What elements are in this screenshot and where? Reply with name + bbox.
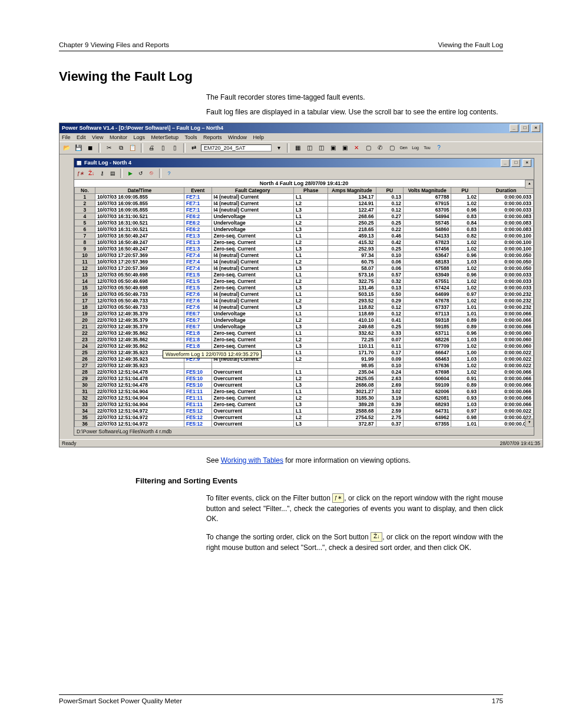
filter-button-icon[interactable]: ƒ∗ — [332, 493, 344, 503]
print-icon[interactable]: 🖨 — [147, 143, 156, 153]
table-row[interactable]: 1712/07/03 05:50:49.733FE7:6I4 (neutral)… — [75, 297, 534, 304]
col-pu1[interactable]: PU — [376, 187, 404, 193]
table-row[interactable]: 2722/07/03 12:49:35.92398.950.10676361.0… — [75, 362, 534, 368]
table-row[interactable]: 1512/07/03 05:50:49.698FE1:5Zero-seq. Cu… — [75, 284, 534, 291]
table-row[interactable]: 810/07/03 16:50:49.247FE1:3Zero-seq. Cur… — [75, 239, 534, 245]
table-row[interactable]: 2122/07/03 12:49:35.379FE6:7Undervoltage… — [75, 323, 534, 330]
dropdown-icon[interactable]: ▾ — [274, 143, 283, 153]
play-icon[interactable]: ▶ — [126, 169, 134, 177]
close-icon[interactable]: × — [523, 159, 531, 167]
table-row[interactable]: 3522/07/03 12:51:04.972FE5:12Overcurrent… — [75, 414, 534, 420]
table-row[interactable]: 1110/07/03 17:20:57.369FE7:4I4 (neutral)… — [75, 258, 534, 265]
copy-icon[interactable]: ⧉ — [116, 143, 125, 153]
app-titlebar[interactable]: Power Software V1.4 - [D:\Power Software… — [59, 123, 543, 133]
log-titlebar[interactable]: ▦Fault Log - North 4 _ □ × — [74, 159, 534, 167]
scroll-up-icon[interactable]: ▴ — [525, 180, 534, 189]
table-row[interactable]: 3422/07/03 12:51:04.972FE5:12Overcurrent… — [75, 407, 534, 414]
table-row[interactable]: 1210/07/03 17:20:57.369FE7:4I4 (neutral)… — [75, 265, 534, 271]
table-row[interactable]: 610/07/03 16:31:00.521FE6:2UndervoltageL… — [75, 226, 534, 232]
paste-icon[interactable]: 📋 — [128, 143, 137, 153]
table-row[interactable]: 1010/07/03 17:20:57.369FE7:4I4 (neutral)… — [75, 252, 534, 258]
minimize-icon[interactable]: _ — [510, 124, 518, 132]
undo-icon[interactable]: ↺ — [137, 169, 145, 177]
table-row[interactable]: 2522/07/03 12:49:35.923FE7:9I4 (neutral)… — [75, 349, 534, 355]
table-row[interactable]: 310/07/03 16:09:05.855FE7:1I4 (neutral) … — [75, 206, 534, 213]
col-fault-category[interactable]: Fault Category — [211, 187, 294, 193]
page-icon[interactable]: ▢ — [387, 143, 396, 153]
clock-icon[interactable]: ▢ — [363, 143, 373, 153]
table-row[interactable]: 3122/07/03 12:51:04.904FE1:11Zero-seq. C… — [75, 388, 534, 394]
menu-window[interactable]: Window — [228, 134, 247, 140]
stop-icon[interactable]: ◼ — [85, 143, 95, 153]
window-controls[interactable]: _ □ × — [509, 124, 540, 132]
col-volts[interactable]: Volts Magnitude — [404, 187, 451, 193]
delete-icon[interactable]: ✕ — [352, 143, 361, 153]
table-row[interactable]: 2222/07/03 12:49:35.862FE1:8Zero-seq. Cu… — [75, 330, 534, 336]
working-with-tables-link[interactable]: Working with Tables — [221, 456, 283, 465]
table-row[interactable]: 1922/07/03 12:49:35.379FE6:7Undervoltage… — [75, 310, 534, 317]
table-row[interactable]: 3222/07/03 12:51:04.904FE1:11Zero-seq. C… — [75, 394, 534, 401]
table-row[interactable]: 2922/07/03 12:51:04.478FE5:10Overcurrent… — [75, 375, 534, 381]
log-icon[interactable]: Log — [411, 143, 420, 153]
maximize-icon[interactable]: □ — [520, 124, 529, 132]
table-row[interactable]: 1812/07/03 05:50:49.733FE7:6I4 (neutral)… — [75, 304, 534, 310]
properties-icon[interactable]: ▤ — [108, 169, 117, 177]
stop-icon[interactable]: ⦸ — [147, 169, 156, 177]
lock-icon[interactable]: ⚷ — [98, 169, 106, 177]
tou-icon[interactable]: Tou — [422, 143, 432, 153]
table-row[interactable]: 410/07/03 16:31:00.521FE6:2UndervoltageL… — [75, 213, 534, 219]
save-icon[interactable]: 💾 — [74, 143, 83, 153]
help-icon[interactable]: ? — [165, 169, 173, 177]
device-select[interactable]: EM720_204_SAT — [201, 144, 272, 151]
menu-edit[interactable]: Edit — [77, 134, 86, 140]
table-row[interactable]: 3322/07/03 12:51:04.904FE1:11Zero-seq. C… — [75, 401, 534, 407]
table-row[interactable]: 510/07/03 16:31:00.521FE6:2UndervoltageL… — [75, 219, 534, 226]
menu-monitor[interactable]: Monitor — [110, 134, 127, 140]
chart2-icon[interactable]: ◫ — [316, 143, 326, 153]
col-event[interactable]: Event — [184, 187, 212, 193]
sort-icon[interactable]: Ẑ↓ — [87, 169, 95, 177]
col-pu2[interactable]: PU — [451, 187, 479, 193]
table-row[interactable]: 2022/07/03 12:49:35.379FE6:7Undervoltage… — [75, 317, 534, 323]
tool-icon[interactable]: ▣ — [328, 143, 338, 153]
cut-icon[interactable]: ✂ — [104, 143, 114, 153]
table-row[interactable]: 910/07/03 16:50:49.247FE1:3Zero-seq. Cur… — [75, 245, 534, 252]
table-row[interactable]: 2422/07/03 12:49:35.862FE1:8Zero-seq. Cu… — [75, 342, 534, 349]
table-row[interactable]: 3022/07/03 12:51:04.478FE5:10Overcurrent… — [75, 381, 534, 388]
menu-metersetup[interactable]: MeterSetup — [151, 134, 179, 140]
phone-icon[interactable]: ✆ — [375, 143, 385, 153]
menu-file[interactable]: File — [62, 134, 71, 140]
log-window-controls[interactable]: _ □ × — [500, 159, 531, 167]
table-row[interactable]: 210/07/03 16:09:05.855FE7:1I4 (neutral) … — [75, 200, 534, 206]
close-icon[interactable]: × — [531, 124, 540, 132]
grid-icon[interactable]: ▦ — [293, 143, 302, 153]
table-row[interactable]: 710/07/03 16:50:49.247FE1:3Zero-seq. Cur… — [75, 232, 534, 239]
fault-log-table[interactable]: No. Date/Time Event Fault Category Phase… — [74, 187, 534, 427]
main-toolbar[interactable]: 📂 💾 ◼ ✂ ⧉ 📋 🖨 ▯ ▯ ⇄ EM720_204_SAT ▾ ▦ ◫ … — [59, 141, 543, 154]
chart-icon[interactable]: ◫ — [305, 143, 314, 153]
doc-icon[interactable]: ▯ — [158, 143, 168, 153]
tool2-icon[interactable]: ▣ — [340, 143, 349, 153]
menubar[interactable]: File Edit View Monitor Logs MeterSetup T… — [59, 133, 543, 141]
table-row[interactable]: 110/07/03 16:09:05.855FE7:1I4 (neutral) … — [75, 193, 534, 200]
log-toolbar[interactable]: ƒ∗ Ẑ↓ ⚷ ▤ ▶ ↺ ⦸ ? — [74, 167, 534, 180]
maximize-icon[interactable]: □ — [511, 159, 520, 167]
menu-help[interactable]: Help — [253, 134, 264, 140]
table-row[interactable]: 2322/07/03 12:49:35.862FE1:8Zero-seq. Cu… — [75, 336, 534, 342]
table-header-row[interactable]: No. Date/Time Event Fault Category Phase… — [75, 187, 534, 193]
menu-view[interactable]: View — [92, 134, 103, 140]
open-icon[interactable]: 📂 — [62, 143, 71, 153]
col-phase[interactable]: Phase — [294, 187, 328, 193]
menu-reports[interactable]: Reports — [203, 134, 222, 140]
table-row[interactable]: 1612/07/03 05:50:49.733FE7:6I4 (neutral)… — [75, 291, 534, 297]
help-icon[interactable]: ? — [434, 143, 444, 153]
sort-button-icon[interactable]: Ẑ↓ — [371, 532, 382, 542]
connect-icon[interactable]: ⇄ — [189, 143, 199, 153]
filter-icon[interactable]: ƒ∗ — [77, 169, 85, 177]
doc2-icon[interactable]: ▯ — [170, 143, 180, 153]
table-row[interactable]: 2622/07/03 12:49:35.923FE7:9I4 (neutral)… — [75, 355, 534, 362]
table-row[interactable]: 1312/07/03 05:50:49.698FE1:5Zero-seq. Cu… — [75, 271, 534, 278]
col-no[interactable]: No. — [75, 187, 95, 193]
menu-logs[interactable]: Logs — [133, 134, 145, 140]
col-amps[interactable]: Amps Magnitude — [328, 187, 376, 193]
